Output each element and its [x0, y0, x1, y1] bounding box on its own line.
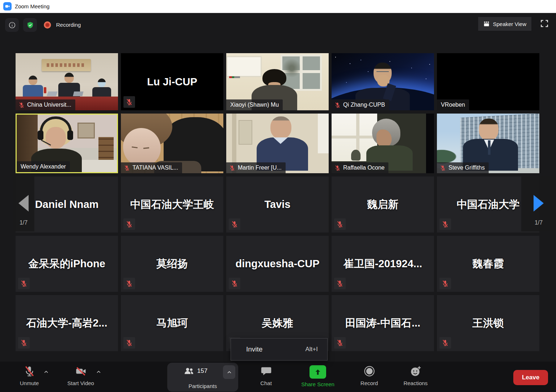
gallery-next-page-button[interactable]: 1/7 — [521, 176, 556, 231]
muted-mic-icon — [126, 280, 133, 287]
page-indicator: 1/7 — [20, 220, 28, 226]
participant-name: Martin Freer [U... — [238, 165, 282, 171]
meeting-topbar: Recording Speaker View — [0, 13, 556, 37]
unmute-options-caret[interactable] — [43, 369, 49, 375]
tile-wendy-alexander-active-speaker[interactable]: Wendy Alexander — [16, 114, 118, 173]
tile-lu-ji-cup[interactable]: Lu Ji-CUP — [121, 53, 223, 110]
video-grid: China Universit... Lu Ji-CUP Xiaoyi (Sha… — [16, 53, 539, 351]
participant-name-label: China Universit... — [16, 99, 75, 110]
speaker-view-button[interactable]: Speaker View — [478, 17, 531, 31]
scene-shape — [318, 114, 329, 153]
scene-shape — [270, 116, 291, 139]
participant-name: Wendy Alexander — [21, 163, 66, 170]
security-shield-button[interactable] — [23, 18, 37, 32]
meeting-info-button[interactable] — [5, 18, 19, 32]
gallery-prev-page-button[interactable]: 1/7 — [13, 176, 34, 231]
record-circle-icon — [363, 365, 375, 377]
muted-mic-icon — [124, 165, 130, 171]
info-icon — [8, 21, 16, 29]
video-options-caret[interactable] — [96, 369, 101, 375]
tile-wang-hongsuo[interactable]: 王洪锁 — [437, 295, 539, 351]
muted-mic-icon — [20, 339, 28, 346]
participant-name: Tavis — [226, 176, 329, 233]
tile-gaoyan[interactable]: 石油大学-高岩2... — [16, 295, 118, 351]
tile-jindaidai-iphone[interactable]: 金呆呆的iPhone — [16, 236, 118, 292]
chevron-right-icon — [534, 195, 544, 212]
tile-vroeben[interactable]: VRoeben — [437, 53, 539, 110]
tile-china-university[interactable]: China Universit... — [16, 53, 118, 110]
tile-cui-weiguo[interactable]: 崔卫国-201924... — [332, 236, 434, 292]
participants-caret[interactable] — [223, 365, 235, 379]
scene-shape — [239, 120, 252, 145]
muted-mic-icon — [336, 280, 344, 287]
fullscreen-button[interactable] — [539, 18, 550, 29]
unmute-button[interactable]: Unmute — [9, 365, 50, 386]
context-menu: Invite Alt+I — [231, 338, 328, 361]
tile-steve-griffiths[interactable]: Steve Griffiths — [437, 114, 539, 173]
tile-xiaoyi-mu[interactable]: Xiaoyi (Shawn) Mu — [226, 53, 329, 110]
participant-name: China Universit... — [27, 102, 71, 108]
muted-mic-badge — [18, 278, 30, 289]
muted-mic-icon — [442, 221, 449, 228]
scene-shape — [67, 131, 73, 140]
tile-wei-chunxia[interactable]: 魏春霞 — [437, 236, 539, 292]
tile-dingxuesha[interactable]: dingxuesha-CUP — [226, 236, 329, 292]
muted-mic-icon — [334, 165, 341, 171]
tile-wei-qixin[interactable]: 魏启新 — [332, 176, 434, 233]
chevron-up-icon — [227, 370, 232, 375]
scene-shape — [426, 114, 434, 173]
muted-mic-icon — [231, 280, 238, 287]
mic-muted-icon — [24, 365, 35, 377]
tile-ma-xuke[interactable]: 马旭珂 — [121, 295, 223, 351]
participant-name: 石油大学-高岩2... — [16, 295, 118, 351]
participant-name-label: Xiaoyi (Shawn) Mu — [226, 99, 283, 110]
share-screen-button[interactable]: Share Screen — [294, 365, 342, 387]
chat-button[interactable]: Chat — [253, 365, 279, 386]
page-indicator: 1/7 — [535, 220, 543, 226]
muted-mic-badge — [123, 218, 135, 230]
muted-mic-badge — [439, 337, 451, 349]
tile-raffaella-ocone[interactable]: Raffaella Ocone — [332, 114, 434, 173]
leave-button[interactable]: Leave — [513, 370, 548, 385]
participant-name: 中国石油大学王岐 — [121, 176, 223, 233]
muted-mic-icon — [334, 102, 341, 108]
participant-name: Lu Ji-CUP — [121, 53, 223, 110]
invite-shortcut: Alt+I — [306, 346, 318, 353]
participant-name: 莫绍扬 — [121, 236, 223, 292]
participant-name: Steve Griffiths — [448, 165, 485, 171]
muted-mic-icon — [442, 339, 449, 346]
start-video-button[interactable]: Start Video — [59, 365, 102, 386]
scene-shape — [23, 85, 43, 97]
chevron-left-icon — [18, 195, 29, 212]
invite-label: Invite — [246, 345, 262, 353]
participant-name-label: TATIANA VASIL... — [121, 162, 182, 173]
participant-name-label: Qi Zhang-CUPB — [332, 99, 389, 110]
scene-shape — [38, 131, 43, 140]
tile-mo-shaoyang[interactable]: 莫绍扬 — [121, 236, 223, 292]
muted-mic-icon — [229, 165, 235, 171]
participant-name: 崔卫国-201924... — [332, 236, 434, 292]
invite-menu-item[interactable]: Invite Alt+I — [231, 338, 327, 360]
tile-tavis[interactable]: Tavis — [226, 176, 329, 233]
share-screen-label: Share Screen — [301, 381, 334, 387]
scene-shape — [47, 91, 58, 96]
tile-tian-guotao[interactable]: 田国涛-中国石... — [332, 295, 434, 351]
participant-name: TATIANA VASIL... — [132, 165, 178, 171]
tile-qi-zhang[interactable]: Qi Zhang-CUPB — [332, 53, 434, 110]
tile-martin-freer[interactable]: Martin Freer [U... — [226, 114, 329, 173]
scene-shape — [488, 140, 490, 155]
record-button[interactable]: Record — [356, 365, 382, 386]
muted-mic-badge — [123, 337, 135, 349]
video-off-icon — [75, 365, 87, 377]
scene-shape — [40, 116, 72, 132]
scene-shape — [73, 91, 83, 96]
window-title: Zoom Meeting — [15, 3, 50, 9]
scene-shape — [44, 87, 46, 93]
reactions-button[interactable]: Reactions — [400, 365, 431, 386]
scene-shape — [42, 59, 91, 71]
tile-cup-wangqi[interactable]: 中国石油大学王岐 — [121, 176, 223, 233]
participant-name: 魏春霞 — [437, 236, 539, 292]
tile-tatiana[interactable]: TATIANA VASIL... — [121, 114, 223, 173]
participant-name: 金呆呆的iPhone — [16, 236, 118, 292]
participants-button[interactable]: 157 Participants — [167, 363, 238, 392]
